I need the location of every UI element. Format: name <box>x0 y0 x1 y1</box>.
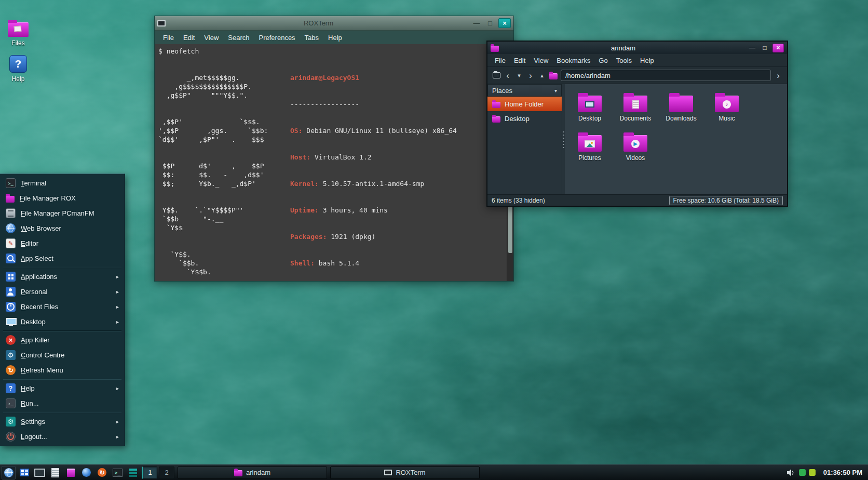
menu-file[interactable]: File <box>491 55 510 66</box>
menu-item-editor[interactable]: Editor <box>0 236 125 251</box>
menu-item-file-manager-rox[interactable]: File Manager ROX <box>0 191 125 206</box>
menu-item-web-browser[interactable]: Web Browser <box>0 221 125 236</box>
menu-help[interactable]: Help <box>636 55 658 66</box>
minimize-button[interactable]: — <box>471 19 482 27</box>
sidebar-item-home-folder[interactable]: Home Folder <box>487 97 562 111</box>
folder-icon <box>623 96 647 112</box>
quick-launch-updater[interactable] <box>95 466 109 479</box>
start-menu-button[interactable] <box>2 466 16 479</box>
folder-item-videos[interactable]: ▶ Videos <box>613 131 658 170</box>
folder-item-documents[interactable]: Documents <box>613 91 658 131</box>
menu-item-desktop[interactable]: Desktop▸ <box>0 314 125 329</box>
quick-launch-package-manager[interactable] <box>64 466 78 479</box>
menu-item-personal[interactable]: Personal▸ <box>0 284 125 299</box>
desktop-icon-label: Help <box>12 75 25 83</box>
submenu-arrow-icon: ▸ <box>116 289 119 295</box>
terminal-body: $ neofetch _,met$$$$$gg. ,g$$$$$$$$$$$$$… <box>155 44 513 281</box>
menu-view[interactable]: View <box>530 55 552 66</box>
maximize-button[interactable]: □ <box>485 19 495 27</box>
terminal-icon <box>6 178 16 188</box>
items-count: 6 items (33 hidden) <box>492 197 545 204</box>
menu-item-applications[interactable]: Applications▸ <box>0 269 125 284</box>
workspace-2-button[interactable]: 2 <box>159 466 174 479</box>
menu-separator <box>3 267 121 268</box>
new-tab-button[interactable] <box>492 72 500 78</box>
menu-item-help[interactable]: Help▸ <box>0 381 125 396</box>
pcmanfm-icon <box>6 208 16 218</box>
app-select-icon <box>6 254 16 263</box>
taskbar-task-arindam[interactable]: arindam <box>178 466 327 479</box>
menu-item-refresh-menu[interactable]: Refresh Menu <box>0 363 125 378</box>
minimize-button[interactable]: — <box>748 44 757 51</box>
menu-item-settings[interactable]: Settings▸ <box>0 414 125 429</box>
desktop-icon-help[interactable]: Help <box>3 55 33 83</box>
places-mode-selector[interactable]: Places ▾ <box>487 84 562 97</box>
folder-item-desktop[interactable]: Desktop <box>567 91 613 131</box>
neofetch-info: arindam@LegacyOS1 ----------------- OSDe… <box>290 56 473 281</box>
info-row: Kernel5.10.57-antix.1-amd64-smp <box>290 179 473 188</box>
back-button[interactable]: ‹ <box>504 71 512 80</box>
folder-icon: ♪ <box>715 96 739 112</box>
path-input[interactable] <box>561 70 771 81</box>
volume-icon[interactable] <box>786 469 796 476</box>
menu-preferences[interactable]: Preferences <box>255 32 300 43</box>
menu-item-app-select[interactable]: App Select <box>0 251 125 266</box>
submenu-arrow-icon: ▸ <box>116 274 119 279</box>
terminal-viewport[interactable]: $ neofetch _,met$$$$$gg. ,g$$$$$$$$$$$$$… <box>155 44 507 281</box>
go-button[interactable]: › <box>774 71 782 80</box>
menu-file[interactable]: File <box>159 32 178 43</box>
up-button[interactable]: ▴ <box>538 73 546 78</box>
submenu-arrow-icon: ▸ <box>116 419 119 424</box>
window-title: arindam <box>502 44 744 52</box>
quick-launch-text-editor[interactable] <box>48 466 62 479</box>
menu-tools[interactable]: Tools <box>612 55 636 66</box>
menu-help[interactable]: Help <box>324 32 346 43</box>
sidebar-item-desktop[interactable]: Desktop <box>487 111 562 126</box>
quick-launch-workspaces[interactable] <box>126 466 140 479</box>
file-manager-titlebar[interactable]: arindam — □ × <box>487 42 787 54</box>
help-icon <box>9 55 27 73</box>
debian-ascii-art: _,met$$$$$gg. ,g$$$$$$$$$$$$$$$P. ,g$$P"… <box>158 56 290 281</box>
picture-glyph-icon <box>585 140 595 148</box>
start-menu: Terminal File Manager ROX File Manager P… <box>0 174 125 446</box>
menu-item-control-centre[interactable]: Control Centre <box>0 348 125 363</box>
menu-edit[interactable]: Edit <box>179 32 199 43</box>
close-button[interactable]: × <box>772 44 784 52</box>
menu-view[interactable]: View <box>200 32 223 43</box>
taskbar-clock[interactable]: 01:36:50 PM <box>819 469 866 476</box>
logout-icon <box>6 432 16 442</box>
roxterm-window: ROXTerm — □ × File Edit View Search Pref… <box>154 16 514 282</box>
workspace-1-button[interactable]: 1 <box>142 466 157 479</box>
menu-item-terminal[interactable]: Terminal <box>0 176 125 191</box>
menu-item-logout[interactable]: Logout...▸ <box>0 429 125 444</box>
maximize-button[interactable]: □ <box>760 44 769 51</box>
tray-icon[interactable] <box>799 469 806 476</box>
menu-tabs[interactable]: Tabs <box>301 32 323 43</box>
quick-launch-window-list[interactable] <box>17 466 31 479</box>
info-row: Packages1921 (dpkg) <box>290 232 473 241</box>
roxterm-titlebar[interactable]: ROXTerm — □ × <box>155 16 513 31</box>
menu-item-recent-files[interactable]: Recent Files▸ <box>0 299 125 314</box>
home-button[interactable] <box>549 72 558 79</box>
history-dropdown-icon[interactable]: ▾ <box>515 73 523 78</box>
menu-item-app-killer[interactable]: App Killer <box>0 332 125 348</box>
tray-icon[interactable] <box>809 469 816 476</box>
menu-go[interactable]: Go <box>594 55 612 66</box>
forward-button[interactable]: › <box>526 71 535 80</box>
taskbar-task-roxterm[interactable]: ROXTerm <box>330 466 480 479</box>
quick-launch-web-browser[interactable] <box>79 466 93 479</box>
menu-item-run[interactable]: Run... <box>0 396 125 411</box>
desktop-icon-files[interactable]: Files <box>3 19 33 47</box>
menu-search[interactable]: Search <box>224 32 253 43</box>
folder-item-pictures[interactable]: Pictures <box>567 131 613 170</box>
menu-edit[interactable]: Edit <box>510 55 530 66</box>
info-row: Shellbash 5.1.4 <box>290 259 473 268</box>
quick-launch-terminal[interactable] <box>111 466 125 479</box>
quick-launch-monitor[interactable] <box>33 466 47 479</box>
folder-item-downloads[interactable]: Downloads <box>658 91 704 131</box>
menu-bookmarks[interactable]: Bookmarks <box>552 55 594 66</box>
close-button[interactable]: × <box>498 18 511 28</box>
folder-item-music[interactable]: ♪ Music <box>704 91 750 131</box>
file-icon-view[interactable]: Desktop Documents Downloads ♪ Music Pict… <box>565 84 787 194</box>
menu-item-file-manager-pcmanfm[interactable]: File Manager PCmanFM <box>0 206 125 221</box>
